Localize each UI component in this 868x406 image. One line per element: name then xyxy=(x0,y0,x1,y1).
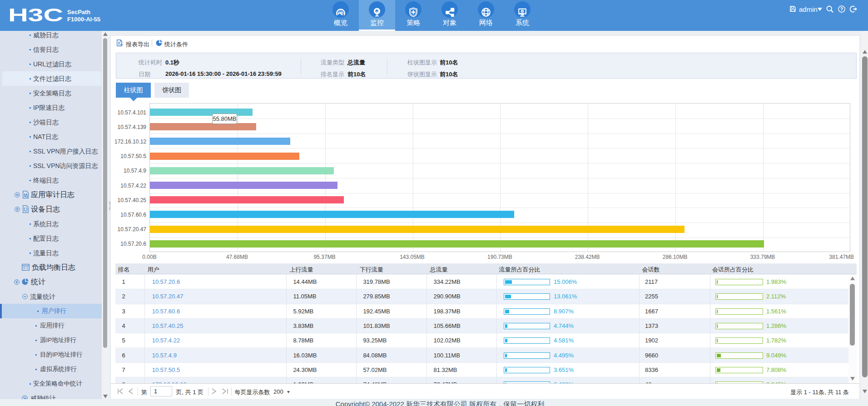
svg-text:?: ? xyxy=(840,6,843,12)
